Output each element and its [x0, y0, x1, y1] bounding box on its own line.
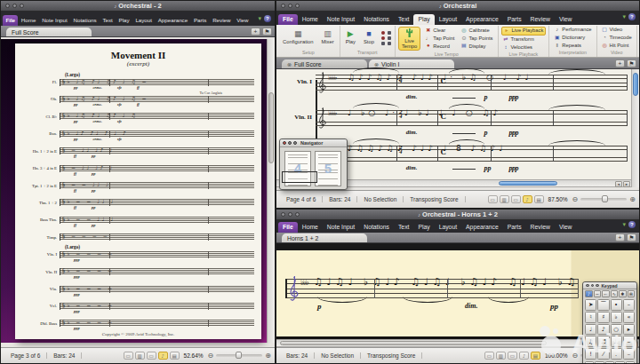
keypad-key[interactable]: ♪ — [597, 324, 609, 336]
ribbon-tab[interactable]: Review — [526, 14, 555, 25]
vertical-scrollbar[interactable] — [631, 69, 639, 187]
minimize-ribbon-icon[interactable]: ▾ — [622, 221, 626, 228]
scroll-right-icon[interactable]: ▸ — [623, 181, 630, 187]
ribbon-tab[interactable]: Home — [298, 14, 323, 25]
repeats-button[interactable]: ‖Repeats — [552, 43, 593, 50]
performance-button[interactable]: ♪Performance — [552, 27, 593, 34]
zoom-slider-thumb[interactable] — [236, 352, 242, 359]
zoom-out-icon[interactable]: ⊖ — [572, 195, 579, 203]
new-tab-button[interactable]: + — [615, 59, 625, 67]
keypad-key[interactable]: ♭ — [611, 312, 622, 323]
transport-mini-buttons[interactable] — [381, 31, 392, 45]
live-tempo-button[interactable]: Live Tempo — [398, 27, 420, 51]
ribbon-tab[interactable]: Notations — [359, 14, 394, 25]
ribbon-tab[interactable]: Appearance — [461, 222, 503, 233]
view-mode-icon[interactable]: ♪ — [519, 352, 529, 360]
staff-row[interactable]: Vln. II ♭♭♭♭ ♩ ♭○ ♩· ♩ ♭♩ ♩ ♩ ○ ♫♪ 24 — [282, 110, 628, 126]
keypad-palette[interactable]: Keypad ♪−⌐∿✱⊞ ➤⁀∙–♮♯♭«♩♪○▸♫♬♩.⌢!⁄.⌣ 1234… — [582, 281, 637, 364]
staff-row[interactable]: (Largo) Fl. §♭ ♩♫ ♪♩ ♫♪ ♩ ♫ − pp cresc. … — [22, 77, 254, 87]
keypad-layout-tab[interactable]: − — [594, 290, 602, 297]
timecode-button[interactable]: ◔Timecode — [600, 35, 634, 42]
close-icon[interactable] — [283, 141, 286, 145]
ribbon-tab[interactable]: Text — [394, 14, 413, 25]
staff-row[interactable]: Vla. §♭ − − − − ppp — [22, 284, 254, 294]
scrollbar-thumb[interactable] — [633, 73, 638, 96]
document-tab[interactable]: Full Score — [6, 28, 92, 36]
dictionary-button[interactable]: ▣Dictionary — [552, 35, 593, 42]
view-mode-icon[interactable]: ♪ — [523, 195, 532, 203]
keypad-key[interactable]: ○ — [611, 324, 622, 336]
title-bar[interactable]: ♪Orchestral - Horns 1 + 2 — [276, 210, 639, 220]
view-mode-icon[interactable]: ▥ — [135, 352, 145, 360]
keypad-layout-tab[interactable]: ✱ — [619, 290, 627, 297]
new-tab-button[interactable]: + — [615, 233, 625, 241]
ribbon-tab[interactable]: Notations — [70, 15, 100, 26]
keypad-key[interactable]: ♯ — [597, 312, 609, 323]
ribbon-tab[interactable]: Notations — [359, 222, 394, 233]
hit-point-button[interactable]: ◎Hit Point — [600, 43, 634, 50]
tap-point-button[interactable]: ♩Tap Point — [423, 36, 456, 43]
close-tab-icon[interactable]: ⊗ — [374, 61, 379, 67]
keypad-key[interactable]: ♩. — [611, 336, 622, 347]
ribbon-tab[interactable]: Play — [116, 15, 132, 26]
mixer-button[interactable]: ▥ Mixer — [318, 29, 336, 45]
keypad-key[interactable]: ⌢ — [623, 336, 635, 347]
minimize-ribbon-icon[interactable]: ▾ — [622, 13, 626, 20]
staff-row[interactable]: Bass Tbn. §♭ − − ♩♩ ♩ ff pp — [22, 215, 254, 225]
display-button[interactable]: ▤Display — [459, 43, 494, 50]
title-bar[interactable]: ♪Orchestral — [276, 1, 639, 12]
zoom-in-icon[interactable]: ⊕ — [629, 195, 636, 203]
staff-row[interactable]: Vln. II §♭ − − − − ppp — [22, 267, 254, 277]
staff-row[interactable]: (Largo) Vln. I §♭ − − − − ppp — [22, 249, 254, 259]
keypad-key[interactable]: ⌣ — [623, 348, 635, 360]
staff[interactable]: ♭♭♭ ♫♩♫♩ ♭♫♩♪ ♫♩♫♩ ♭♫♩♪ ♫♩♫♩ ♭♫♩ ○· p di… — [285, 279, 579, 298]
help-icon[interactable]: ? — [264, 15, 271, 22]
live-playback-button[interactable]: ▸Live Playback — [501, 27, 547, 36]
staff[interactable]: ♭♭♭ ♪♫♫♪♫♪ ♪♩♪ ♩ 8 ♪♫♪♩ 24 C dim. pp — [316, 146, 628, 162]
navigator-view-rectangle[interactable] — [282, 171, 317, 183]
view-mode-icon[interactable]: ▥ — [496, 352, 506, 360]
zoom-window-icon[interactable] — [596, 284, 599, 288]
ribbon-tab[interactable]: Note Input — [323, 14, 359, 25]
help-icon[interactable]: ? — [628, 221, 636, 228]
ribbon-tab[interactable]: Appearance — [461, 14, 503, 25]
ribbon-tab[interactable]: Text — [100, 15, 116, 26]
view-mode-icon[interactable]: ▭ — [508, 352, 517, 360]
keypad-key[interactable]: « — [623, 312, 635, 323]
title-bar[interactable]: ♪Orchestral - 2 — [1, 1, 275, 12]
navigator-title-bar[interactable]: Navigator — [280, 139, 347, 147]
zoom-out-icon[interactable]: ⊖ — [572, 352, 579, 360]
staff-row[interactable]: Tpt. 1 + 2 in E § − − ♩♩ ♩ ff pp — [22, 181, 254, 191]
ribbon-tab[interactable]: Play — [413, 222, 434, 233]
keypad-key[interactable]: ! — [585, 348, 596, 360]
staff[interactable]: §♭ − − − − — [60, 320, 254, 327]
ribbon-tab[interactable]: Note Input — [39, 15, 70, 26]
minimize-icon[interactable] — [591, 284, 595, 288]
ribbon-tab[interactable]: Text — [394, 222, 413, 233]
score-page[interactable]: Movement II (excerpt) (Largo) Fl. §♭ ♩♫ … — [15, 44, 261, 339]
ribbon-tab[interactable]: Review — [526, 222, 555, 233]
staff-row[interactable]: Hn. 1 + 2 in E § − ♩♩ ♩♪ ♩ ff pp — [22, 146, 254, 156]
staff[interactable]: §♭ − − − − — [60, 303, 254, 310]
keypad-key[interactable]: ♮ — [585, 312, 596, 323]
staff-row[interactable]: Tbn. 1 + 2 §♭ − − ♩♩ ♩ ff pp — [22, 198, 254, 208]
tab-menu-button[interactable]: ⚑ — [627, 233, 636, 241]
calibrate-button[interactable]: ◎Calibrate — [459, 28, 494, 35]
scrollbar-thumb[interactable] — [280, 341, 547, 345]
keypad-key[interactable]: – — [623, 299, 635, 311]
tab-menu-button[interactable]: ⚑ — [627, 59, 636, 67]
keypad-key[interactable]: . — [611, 348, 622, 360]
stop-button[interactable]: ■ Stop — [361, 29, 377, 45]
ribbon-tab[interactable]: Play — [413, 14, 434, 25]
help-icon[interactable]: ? — [628, 13, 636, 20]
keypad-layout-tab[interactable]: ∿ — [611, 290, 619, 297]
navigator-palette[interactable]: Navigator 4 5 — [279, 138, 348, 190]
ribbon-tab[interactable]: File — [278, 222, 298, 233]
zoom-slider-thumb[interactable] — [602, 195, 608, 202]
score-canvas[interactable]: Movement II (excerpt) (Largo) Fl. §♭ ♩♫ … — [1, 39, 275, 343]
ribbon-tab[interactable]: Layout — [435, 222, 461, 233]
score-canvas[interactable]: ♭♭♭ ♫♩♫♩ ♭♫♩♪ ♫♩♫♩ ♭♫♩♪ ♫♩♫♩ ♭♫♩ ○· p di… — [276, 243, 639, 339]
zoom-slider[interactable] — [580, 198, 627, 201]
view-mode-icon[interactable]: ▥ — [500, 195, 509, 203]
keypad-key[interactable]: ⁄ — [597, 348, 609, 360]
